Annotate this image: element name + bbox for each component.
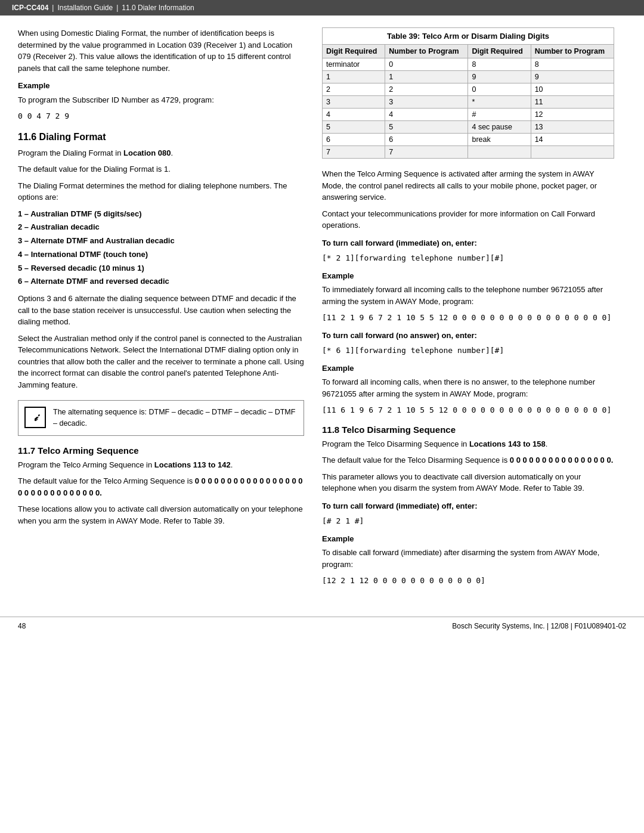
table-cell: 5	[385, 121, 468, 134]
header-guide: Installation Guide	[57, 4, 113, 12]
para-determines: The Dialing Format determines the method…	[18, 180, 304, 203]
table-cell	[531, 146, 614, 159]
header-separator: |	[52, 4, 54, 12]
table-cell: 5	[323, 121, 385, 134]
table-cell: 4	[385, 109, 468, 121]
telco-arming-para: When the Telco Arming Sequence is activa…	[322, 168, 614, 203]
table-cell: *	[468, 96, 531, 109]
s117-para2: The default value for the Telco Arming S…	[18, 475, 304, 498]
example2-code: [11 2 1 9 6 7 2 1 10 5 5 12 0 0 0 0 0 0 …	[322, 312, 614, 324]
data-table: Digit Required Number to Program Digit R…	[322, 44, 614, 159]
s118-para3: This parameter allows you to deactivate …	[322, 471, 614, 494]
header-section: 11.0 Dialer Information	[122, 4, 194, 12]
example-label-2: Example	[322, 270, 614, 282]
table-cell: 4 sec pause	[468, 121, 531, 134]
table-cell: 7	[385, 146, 468, 159]
table-cell	[468, 146, 531, 159]
footer-info: Bosch Security Systems, Inc. | 12/08 | F…	[452, 622, 626, 630]
table-cell: 0	[468, 83, 531, 96]
header-separator2: |	[116, 4, 118, 12]
para1-bold: Location 080	[123, 148, 171, 157]
table-cell: break	[468, 134, 531, 146]
s117-para3-pre: These locations allow you to activate ca…	[18, 504, 303, 525]
table-cell: 14	[531, 134, 614, 146]
table-cell: 8	[468, 58, 531, 71]
table-cell: 9	[531, 71, 614, 83]
table-cell: 10	[531, 83, 614, 96]
left-column: When using Domestic Dialing Format, the …	[18, 27, 304, 593]
table-title: Table 39: Telco Arm or Disarm Dialing Di…	[322, 27, 614, 44]
option-4: 4 – International DTMF (touch tone)	[18, 249, 304, 261]
right-column: Table 39: Telco Arm or Disarm Dialing Di…	[322, 27, 614, 593]
col-header-2: Number to Program	[385, 45, 468, 58]
table-cell: 1	[385, 71, 468, 83]
note-text: The alternating sequence is: DTMF – deca…	[53, 407, 298, 429]
section-116-title: 11.6 Dialing Format	[18, 132, 304, 143]
para1-end: .	[171, 148, 173, 157]
option-1: 1 – Australian DTMF (5 digits/sec)	[18, 208, 304, 221]
call-forward-off-label: To turn call forward (immediate) off, en…	[322, 500, 614, 512]
para-location: Program the Dialing Format in Location 0…	[18, 147, 304, 159]
para1-pre: Program the Dialing Format in	[18, 148, 123, 157]
example4-text: To disable call forward (immediate) afte…	[322, 547, 614, 570]
option-2: 2 – Australian decadic	[18, 221, 304, 234]
option-5: 5 – Reversed decadic (10 minus 1)	[18, 262, 304, 275]
option-6: 6 – Alternate DTMF and reversed decadic	[18, 275, 304, 288]
table-cell: 3	[323, 96, 385, 109]
table-cell: terminator	[323, 58, 385, 71]
table-cell: 12	[531, 109, 614, 121]
select-para: Select the Australian method only if the…	[18, 333, 304, 391]
table-cell: 1	[323, 71, 385, 83]
table-cell: 7	[323, 146, 385, 159]
s118-para1: Program the Telco Disarming Sequence in …	[322, 438, 614, 450]
example4-code: [12 2 1 12 0 0 0 0 0 0 0 0 0 0 0 0]	[322, 575, 614, 587]
table-container: Table 39: Telco Arm or Disarm Dialing Di…	[322, 27, 614, 159]
table-cell: 6	[385, 134, 468, 146]
section-117-title: 11.7 Telco Arming Sequence	[18, 445, 304, 456]
options-para: Options 3 and 6 alternate the dialing se…	[18, 293, 304, 328]
options-list: 1 – Australian DTMF (5 digits/sec) 2 – A…	[18, 208, 304, 289]
s117-para2-pre: The default value for the Telco Arming S…	[18, 476, 195, 485]
table-cell: #	[468, 109, 531, 121]
example-label-4: Example	[322, 533, 614, 545]
note-icon: 𝒾	[24, 407, 46, 428]
table-cell: 11	[531, 96, 614, 109]
example-text-1: To program the Subscriber ID Number as 4…	[18, 94, 304, 106]
table-cell: 0	[385, 58, 468, 71]
col-header-4: Number to Program	[531, 45, 614, 58]
table-cell: 6	[323, 134, 385, 146]
table-cell: 13	[531, 121, 614, 134]
table-cell: 3	[385, 96, 468, 109]
intro-paragraph: When using Domestic Dialing Format, the …	[18, 27, 304, 74]
example3-code: [11 6 1 9 6 7 2 1 10 5 5 12 0 0 0 0 0 0 …	[322, 404, 614, 416]
option-3: 3 – Alternate DTMF and Australian decadi…	[18, 235, 304, 247]
product-name: ICP-CC404	[12, 4, 48, 12]
content-area: When using Domestic Dialing Format, the …	[0, 16, 644, 605]
table-cell: 2	[323, 83, 385, 96]
s117-para3: These locations allow you to activate ca…	[18, 503, 304, 527]
table-cell: 2	[385, 83, 468, 96]
col-header-3: Digit Required	[468, 45, 531, 58]
table-cell: 8	[531, 58, 614, 71]
call-forward-on-label: To turn call forward (immediate) on, ent…	[322, 237, 614, 249]
note-box: 𝒾 The alternating sequence is: DTMF – de…	[18, 400, 304, 436]
s117-para1-pre: Program the Telco Arming Sequence in	[18, 460, 154, 469]
s117-para1: Program the Telco Arming Sequence in Loc…	[18, 459, 304, 471]
call-forward-no-answer-label: To turn call forward (no answer) on, ent…	[322, 330, 614, 342]
call-forward-on-code: [* 2 1][forwarding telephone number][#]	[322, 252, 614, 264]
example-code-1: 0 0 4 7 2 9	[18, 110, 304, 122]
example2-text: To immediately forward all incoming call…	[322, 284, 614, 307]
table-cell: 4	[323, 109, 385, 121]
header-bar: ICP-CC404 | Installation Guide | 11.0 Di…	[0, 0, 644, 16]
example3-text: To forward all incoming calls, when ther…	[322, 376, 614, 400]
s117-para1-bold: Locations 113 to 142	[154, 460, 231, 469]
contact-para: Contact your telecommunications provider…	[322, 208, 614, 231]
col-header-1: Digit Required	[323, 45, 385, 58]
example-label-3: Example	[322, 363, 614, 374]
s117-para1-end: .	[231, 460, 233, 469]
footer: 48 Bosch Security Systems, Inc. | 12/08 …	[0, 617, 644, 635]
call-forward-off-code: [# 2 1 #]	[322, 515, 614, 527]
para-default: The default value for the Dialing Format…	[18, 163, 304, 175]
s118-para2: The default value for the Telco Disarmin…	[322, 454, 614, 466]
page-number: 48	[18, 622, 26, 630]
